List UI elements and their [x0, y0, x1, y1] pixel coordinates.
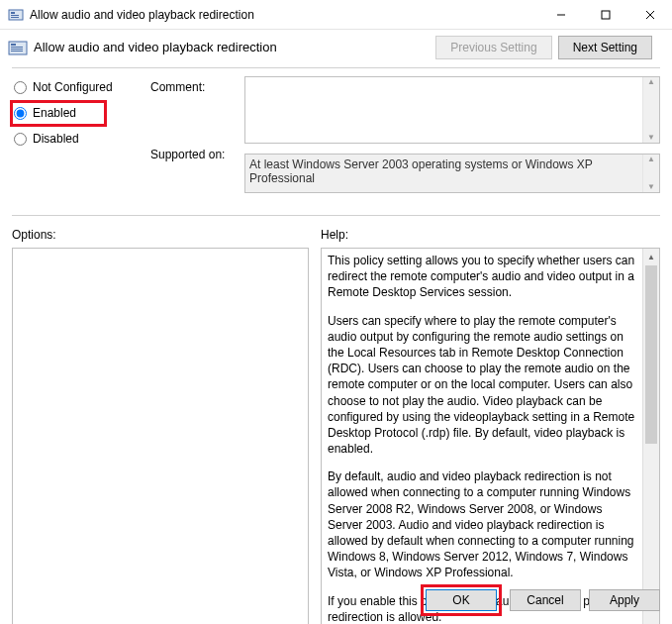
policy-icon [8, 7, 24, 23]
svg-rect-2 [11, 15, 19, 16]
scrollbar[interactable]: ▲▼ [642, 77, 659, 143]
svg-rect-9 [11, 44, 16, 46]
header-title: Allow audio and video playback redirecti… [34, 36, 435, 54]
header: Allow audio and video playback redirecti… [0, 30, 672, 63]
help-text: This policy setting allows you to specif… [322, 249, 642, 624]
radio-not-configured-input[interactable] [14, 81, 27, 94]
window-title: Allow audio and video playback redirecti… [30, 8, 538, 22]
scroll-up-icon[interactable]: ▲ [643, 249, 659, 265]
close-button[interactable] [627, 0, 672, 29]
svg-rect-8 [9, 42, 27, 54]
help-paragraph: Users can specify where to play the remo… [328, 313, 636, 458]
options-panel [12, 248, 309, 624]
supported-label: Supported on: [150, 144, 244, 161]
radio-disabled-input[interactable] [14, 133, 27, 146]
apply-button[interactable]: Apply [589, 589, 660, 611]
comment-label: Comment: [150, 76, 244, 94]
divider [12, 215, 660, 216]
help-paragraph: This policy setting allows you to specif… [328, 253, 636, 301]
help-label: Help: [321, 228, 660, 242]
comment-field-wrap: ▲▼ [244, 76, 660, 144]
options-label: Options: [12, 228, 309, 242]
comment-field[interactable] [245, 77, 642, 143]
radio-not-configured[interactable]: Not Configured [12, 80, 150, 94]
help-paragraph: By default, audio and video playback red… [328, 468, 636, 580]
svg-rect-10 [11, 47, 23, 48]
radio-disabled[interactable]: Disabled [12, 132, 150, 146]
scroll-thumb[interactable] [645, 265, 657, 444]
titlebar: Allow audio and video playback redirecti… [0, 0, 672, 30]
maximize-button[interactable] [583, 0, 627, 29]
radio-label: Enabled [33, 106, 76, 120]
scrollbar[interactable]: ▲▼ [642, 155, 659, 192]
svg-rect-11 [11, 49, 23, 50]
cancel-button[interactable]: Cancel [510, 589, 581, 611]
svg-rect-12 [11, 51, 23, 52]
previous-setting-button: Previous Setting [435, 36, 551, 59]
help-panel: This policy setting allows you to specif… [321, 248, 660, 624]
radio-label: Disabled [33, 132, 79, 146]
minimize-button[interactable] [538, 0, 583, 29]
policy-icon [8, 38, 28, 57]
svg-rect-5 [602, 11, 610, 19]
scrollbar[interactable]: ▲ ▼ [642, 249, 659, 624]
highlight-ok: OK [421, 584, 502, 616]
svg-rect-3 [11, 17, 19, 18]
footer: OK Cancel Apply [421, 584, 660, 616]
supported-field [245, 155, 642, 192]
radio-label: Not Configured [33, 80, 113, 94]
supported-field-wrap: ▲▼ [244, 154, 660, 193]
radio-enabled[interactable]: Enabled [12, 106, 150, 120]
svg-rect-1 [11, 12, 15, 14]
radio-enabled-input[interactable] [14, 107, 27, 120]
next-setting-button[interactable]: Next Setting [558, 36, 652, 59]
divider [12, 67, 660, 68]
ok-button[interactable]: OK [426, 589, 497, 611]
state-radios: Not Configured Enabled Disabled [12, 76, 150, 211]
